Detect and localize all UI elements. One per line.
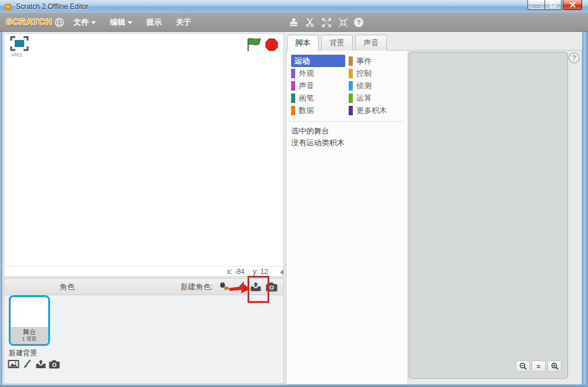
menu-tips[interactable]: 提示	[146, 17, 162, 28]
paint-new-backdrop-icon[interactable]	[21, 359, 33, 369]
scripts-tab-body: 运动 外观 声音 画笔	[286, 50, 582, 385]
category-more-blocks[interactable]: 更多积木	[349, 104, 406, 116]
tab-scripts[interactable]: 脚本	[287, 35, 319, 51]
category-sensing-label: 侦测	[356, 81, 372, 91]
category-control-label: 控制	[356, 68, 372, 79]
category-color-swatch	[291, 106, 295, 115]
category-control[interactable]: 控制	[349, 67, 406, 79]
window-border-right	[582, 32, 588, 387]
category-sound-label: 声音	[299, 81, 314, 91]
collapse-stage-arrow-icon[interactable]	[280, 269, 283, 275]
shrink-sprite-icon[interactable]	[338, 17, 348, 28]
menu-about-label: 关于	[176, 17, 191, 28]
close-button[interactable]	[563, 0, 582, 10]
sprite-library-icon[interactable]	[218, 282, 230, 292]
menu-tips-label: 提示	[146, 17, 162, 28]
zoom-reset-button[interactable]: =	[532, 361, 546, 372]
category-color-swatch	[349, 81, 353, 91]
camera-backdrop-icon[interactable]	[48, 359, 60, 369]
new-sprite-label: 新建角色:	[180, 282, 213, 292]
category-pen-label: 画笔	[299, 93, 314, 104]
palette-status-empty: 没有运动类积木	[286, 137, 407, 149]
title-bar: Scratch 2 Offline Editor	[0, 0, 588, 13]
minimize-button[interactable]	[527, 0, 544, 10]
category-color-swatch	[291, 94, 295, 103]
menu-file-label: 文件	[74, 17, 89, 28]
scripts-canvas[interactable]: =	[409, 52, 568, 379]
category-events-label: 事件	[356, 56, 372, 66]
maximize-button[interactable]	[544, 0, 562, 10]
zoom-out-button[interactable]	[516, 361, 530, 372]
stop-button[interactable]	[265, 38, 278, 51]
new-backdrop-toolbar	[8, 359, 60, 369]
scratch-editor-window: Scratch 2 Offline Editor SCRATCH 文件	[0, 0, 588, 387]
mouse-coordinates-bar: x: -84 y: 12	[4, 266, 283, 276]
block-help-icon[interactable]: ?	[354, 18, 363, 27]
category-operators[interactable]: 运算	[349, 92, 406, 104]
grow-sprite-icon[interactable]	[321, 17, 332, 28]
mouse-y-readout: y: 12	[253, 268, 268, 276]
zoom-controls: =	[516, 361, 562, 372]
category-events[interactable]: 事件	[349, 55, 406, 67]
category-looks[interactable]: 外观	[291, 67, 349, 79]
category-more-blocks-label: 更多积木	[356, 105, 387, 116]
category-color-swatch	[349, 106, 353, 115]
category-motion[interactable]: 运动	[291, 55, 345, 67]
category-color-swatch	[349, 56, 353, 66]
stage-thumbnail-caption: 舞台 1 背景	[11, 327, 48, 344]
category-color-swatch	[349, 69, 353, 78]
window-title: Scratch 2 Offline Editor	[16, 2, 88, 11]
window-border-bottom	[0, 385, 588, 387]
chevron-down-icon	[128, 21, 132, 24]
category-looks-label: 外观	[299, 68, 314, 79]
menu-items: 文件 编辑 提示 关于	[74, 13, 191, 32]
app-icon	[4, 2, 12, 11]
backdrop-library-icon[interactable]	[8, 359, 19, 369]
help-strip: ?	[569, 51, 582, 384]
category-grid: 运动 外观 声音 画笔	[286, 51, 407, 116]
menu-edit-label: 编辑	[110, 17, 125, 28]
menu-about[interactable]: 关于	[176, 17, 191, 28]
category-color-swatch	[291, 69, 295, 78]
chevron-down-icon	[91, 21, 96, 24]
language-globe-icon[interactable]	[54, 17, 65, 28]
cursor-tools: ?	[288, 13, 363, 32]
delete-scissors-icon[interactable]	[305, 17, 315, 28]
annotation-arrow-icon	[229, 281, 252, 296]
menu-edit[interactable]: 编辑	[110, 17, 132, 28]
editor-tabs: 脚本 背景 声音	[287, 35, 389, 51]
stage-backdrop-count: 1 背景	[11, 336, 48, 342]
stage-panel: v461 x: -84 y: 12	[4, 33, 284, 277]
block-palette: 运动 外观 声音 画笔	[286, 51, 408, 384]
palette-status-target: 选中的舞台	[286, 125, 407, 137]
menu-bar: SCRATCH 文件 编辑 提示 关于	[0, 13, 588, 32]
category-operators-label: 运算	[356, 93, 372, 104]
duplicate-stamp-icon[interactable]	[288, 17, 299, 28]
mouse-x-readout: x: -84	[227, 268, 245, 276]
window-border-left	[0, 32, 2, 387]
stage-thumbnail-title: 舞台	[11, 328, 48, 336]
window-controls	[527, 0, 582, 10]
category-data-label: 数据	[299, 105, 314, 116]
tab-sounds[interactable]: 声音	[355, 35, 387, 51]
green-flag-button[interactable]	[246, 37, 262, 52]
stage-thumbnail[interactable]: 舞台 1 背景	[9, 295, 50, 346]
category-color-swatch	[349, 94, 353, 103]
upload-backdrop-icon[interactable]	[35, 359, 46, 369]
category-sound[interactable]: 声音	[291, 79, 349, 92]
sprites-header-label: 角色	[59, 279, 75, 295]
category-pen[interactable]: 画笔	[291, 92, 349, 104]
category-data[interactable]: 数据	[291, 104, 349, 116]
category-sensing[interactable]: 侦测	[349, 79, 406, 92]
zoom-in-button[interactable]	[547, 361, 562, 372]
menu-file[interactable]: 文件	[74, 17, 96, 28]
category-color-swatch	[291, 81, 295, 91]
category-column-right: 事件 控制 侦测 运算	[349, 55, 406, 116]
new-backdrop-label: 新建背景	[9, 348, 37, 358]
tab-backdrops[interactable]: 背景	[321, 35, 353, 51]
palette-divider	[289, 121, 404, 122]
help-button[interactable]: ?	[569, 52, 580, 64]
presentation-mode-button[interactable]	[10, 36, 29, 51]
category-motion-label: 运动	[295, 56, 310, 66]
version-label: v461	[11, 52, 23, 58]
